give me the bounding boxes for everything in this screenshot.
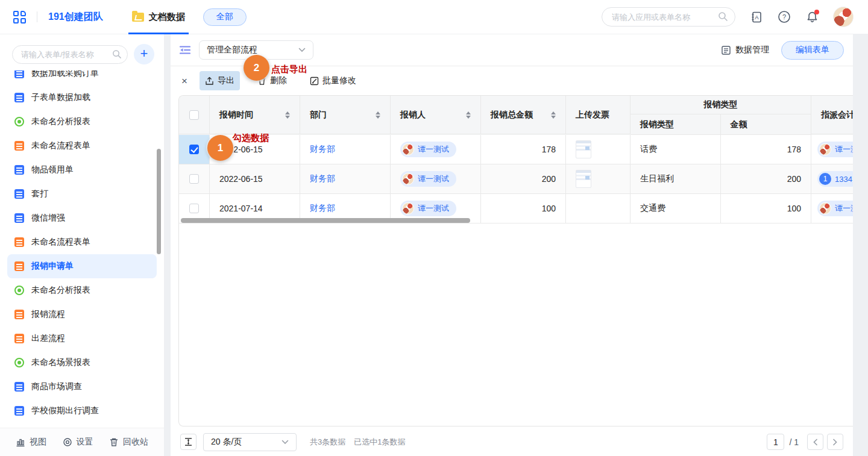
cell-accountant: 谭一测试 — [811, 135, 853, 164]
flow-form-icon — [14, 310, 24, 319]
sort-icon[interactable] — [376, 111, 380, 119]
notifications-bell-icon[interactable] — [805, 10, 819, 23]
sidebar-item[interactable]: 未命名流程表单 — [7, 230, 157, 254]
sidebar-item-label: 未命名分析报表 — [31, 116, 90, 127]
member-pill[interactable]: 谭一测试 — [400, 171, 456, 187]
flow-filter-value: 管理全部流程 — [207, 45, 257, 55]
sidebar-item[interactable]: 未命名流程表单 — [7, 134, 157, 158]
sidebar-item-label: 未命名分析报表 — [31, 285, 90, 296]
form-icon — [14, 213, 24, 223]
sidebar-item[interactable]: 学校假期出行调查 — [7, 399, 157, 423]
column-header-dept[interactable]: 部门 — [300, 96, 391, 134]
table-row[interactable]: 2022-06-15 财务部 谭一测试 200 生日福利 200 11334 — [179, 164, 853, 194]
global-search-input[interactable] — [602, 7, 735, 27]
sub-header-type[interactable]: 报销类型 — [631, 114, 721, 134]
member-pill[interactable]: 谭一测试 — [817, 142, 853, 157]
member-pill[interactable]: 谭一测试 — [817, 201, 853, 216]
views-button[interactable]: 视图 — [16, 437, 46, 448]
invoice-thumbnail[interactable] — [576, 170, 591, 188]
column-header-accountant[interactable]: 指派会计 — [811, 96, 853, 134]
table-row[interactable]: 2022-06-15 财务部 谭一测试 178 话费 178 谭一测试 — [179, 135, 853, 164]
page-number-input[interactable] — [767, 434, 784, 450]
settings-button[interactable]: 设置 — [63, 437, 93, 448]
notification-dot — [814, 10, 819, 14]
sidebar-item[interactable]: 未命名分析报表 — [7, 110, 157, 134]
contacts-icon[interactable]: A — [750, 10, 763, 23]
all-filter-pill[interactable]: 全部 — [203, 8, 247, 26]
search-icon[interactable] — [718, 11, 728, 22]
data-manage-label: 数据管理 — [735, 45, 769, 55]
edit-form-button[interactable]: 编辑表单 — [781, 41, 844, 60]
row-checkbox[interactable] — [189, 174, 199, 184]
chevron-right-icon — [832, 439, 838, 446]
sidebar-item[interactable]: 套打 — [7, 182, 157, 206]
row-height-button[interactable] — [180, 434, 197, 450]
user-avatar[interactable] — [833, 7, 854, 27]
sidebar-item[interactable]: 未命名场景报表 — [7, 351, 157, 375]
row-checkbox[interactable] — [189, 204, 199, 213]
help-icon[interactable]: ? — [778, 10, 791, 23]
prev-page-button[interactable] — [807, 434, 823, 450]
cell-dept: 财务部 — [300, 135, 391, 164]
sidebar-item-clipped[interactable] — [7, 423, 157, 427]
sidebar-search-input[interactable] — [12, 45, 128, 64]
sidebar-item[interactable]: 微信增强 — [7, 206, 157, 230]
document-icon — [721, 45, 731, 55]
cell-person: 谭一测试 — [391, 135, 481, 164]
export-button[interactable]: 导出 — [200, 71, 240, 90]
apps-grid-icon[interactable] — [13, 11, 26, 23]
report-icon — [14, 286, 24, 295]
batch-edit-button[interactable]: 批量修改 — [304, 71, 362, 90]
sidebar-item[interactable]: 物品领用单 — [7, 158, 157, 182]
close-icon[interactable]: × — [181, 76, 187, 86]
member-avatar — [402, 173, 414, 185]
sub-header-amount[interactable]: 金额 — [721, 114, 811, 134]
column-header-invoice[interactable]: 上传发票 — [566, 96, 631, 134]
sidebar-search-icon[interactable] — [112, 49, 122, 59]
member-pill[interactable]: 谭一测试 — [400, 201, 456, 216]
sidebar-item-label: 出差流程 — [31, 333, 65, 344]
team-name[interactable]: 191创建团队 — [48, 11, 103, 23]
folder-icon — [132, 13, 144, 22]
group-header-label[interactable]: 报销类型 — [631, 96, 811, 114]
sidebar-item[interactable]: 出差流程 — [7, 326, 157, 351]
form-icon — [14, 189, 24, 199]
column-header-person[interactable]: 报销人 — [391, 96, 481, 134]
sidebar-item[interactable]: 商品市场调查 — [7, 375, 157, 399]
sidebar-footer: 视图 设置 回收站 — [0, 428, 164, 456]
sidebar-item[interactable]: 未命名分析报表 — [7, 278, 157, 302]
selected-count-text: 已选中1条数据 — [354, 437, 405, 448]
sidebar-item[interactable]: 报销流程 — [7, 302, 157, 326]
annotation-step1-text: 勾选数据 — [233, 133, 269, 144]
sidebar-item[interactable]: 子表单数据加载 — [7, 86, 157, 110]
recycle-bin-button[interactable]: 回收站 — [109, 437, 148, 448]
dept-link[interactable]: 财务部 — [310, 203, 335, 214]
next-page-button[interactable] — [827, 434, 843, 450]
add-form-button[interactable]: + — [134, 44, 154, 64]
dept-link[interactable]: 财务部 — [310, 144, 335, 155]
column-header-total[interactable]: 报销总金额 — [481, 96, 566, 134]
sort-icon[interactable] — [466, 111, 471, 119]
column-header-date[interactable]: 报销时间 — [210, 96, 300, 134]
row-checkbox-checked[interactable] — [189, 145, 199, 154]
member-avatar — [819, 143, 831, 155]
sort-icon[interactable] — [285, 111, 290, 119]
tab-docs-data[interactable]: 文档数据 — [128, 0, 189, 34]
member-group-pill[interactable]: 11334 — [817, 171, 853, 187]
page-size-select[interactable]: 20 条/页 — [203, 433, 297, 451]
sort-icon[interactable] — [551, 111, 556, 119]
invoice-thumbnail[interactable] — [576, 140, 591, 158]
main-toolbar: 管理全部流程 数据管理 编辑表单 — [171, 34, 853, 66]
member-pill[interactable]: 谭一测试 — [400, 142, 456, 157]
table-header-row: 报销时间 部门 报销人 报销总金额 — [179, 96, 853, 135]
select-all-checkbox[interactable] — [189, 110, 199, 120]
horizontal-scrollbar[interactable] — [181, 218, 470, 223]
sidebar-item[interactable]: 数据加载采购订单 — [7, 70, 157, 86]
sidebar-item-active[interactable]: 报销申请单 — [7, 254, 157, 278]
collapse-sidebar-icon[interactable] — [180, 45, 190, 55]
data-manage-button[interactable]: 数据管理 — [721, 45, 769, 55]
sidebar-item-label: 报销申请单 — [31, 261, 74, 272]
dept-link[interactable]: 财务部 — [310, 173, 335, 184]
cell-invoice — [566, 164, 631, 194]
sidebar-scrollbar[interactable] — [157, 149, 161, 254]
